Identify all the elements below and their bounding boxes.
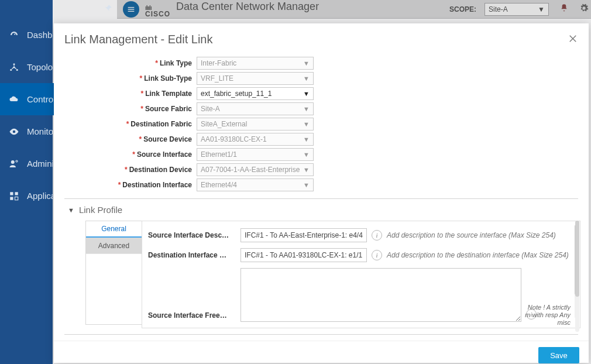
divider: [64, 334, 578, 335]
profile-title: Link Profile: [79, 205, 122, 215]
select-destination-interface[interactable]: Ethernet4/4▼: [197, 178, 314, 191]
chevron-down-icon: ▼: [303, 90, 310, 97]
label-link-type: *Link Type: [62, 59, 197, 67]
chevron-down-icon: ▼: [303, 166, 310, 173]
chevron-down-icon: ▼: [303, 105, 310, 112]
svg-point-4: [11, 160, 15, 164]
label-source-fabric: *Source Fabric: [62, 105, 197, 113]
profile-note: Note ! A strictly m with resp Any misc: [525, 304, 571, 327]
user-gear-icon: [8, 159, 20, 169]
select-link-sub-type[interactable]: VRF_LITE▼: [197, 72, 314, 85]
tab-advanced[interactable]: Advanced: [86, 238, 142, 254]
select-destination-device[interactable]: A07-7004-1-AA-East-Enterprise▼: [197, 163, 314, 176]
info-icon[interactable]: i: [372, 230, 382, 241]
svg-rect-6: [10, 192, 13, 195]
chevron-down-icon: ▼: [303, 121, 310, 128]
close-button[interactable]: [568, 33, 578, 46]
save-button[interactable]: Save: [538, 347, 579, 363]
svg-point-5: [16, 160, 18, 162]
cisco-logo: ılıılıCISCO: [145, 6, 170, 18]
modal-title: Link Management - Edit Link: [64, 33, 212, 46]
svg-rect-8: [10, 197, 13, 200]
input-dst-if-desc[interactable]: [240, 248, 367, 262]
profile-tabs: General Advanced: [85, 221, 142, 325]
apps-icon: [8, 191, 20, 201]
label-link-template: *Link Template: [62, 90, 197, 98]
info-icon[interactable]: i: [372, 250, 382, 260]
label-link-sub-type: *Link Sub-Type: [62, 74, 197, 83]
tab-general[interactable]: General: [86, 221, 142, 238]
svg-point-0: [13, 63, 15, 65]
select-link-type[interactable]: Inter-Fabric▼: [197, 57, 314, 70]
select-source-fabric[interactable]: Site-A▼: [197, 102, 314, 115]
scope-value: Site-A: [489, 5, 508, 13]
label-source-interface: *Source Interface: [62, 150, 197, 159]
profile-panel: Source Interface Desc… i Add description…: [142, 221, 580, 328]
app-title: Data Center Network Manager: [176, 1, 319, 13]
scope-label: SCOPE:: [449, 5, 476, 13]
select-source-interface[interactable]: Ethernet1/1▼: [197, 148, 314, 161]
eye-icon: [8, 126, 20, 137]
label-dst-if-desc: Destination Interface …: [148, 251, 240, 259]
form-area: *Link Type Inter-Fabric▼ *Link Sub-Type …: [54, 52, 589, 341]
sidebar-item-label: Control: [27, 94, 55, 104]
svg-rect-9: [15, 197, 18, 200]
outer-scroll-thumb[interactable]: [575, 221, 579, 297]
label-destination-interface: *Destination Interface: [62, 181, 197, 189]
label-source-device: *Source Device: [62, 135, 197, 143]
chevron-down-icon: ▼: [303, 60, 310, 67]
bell-icon[interactable]: [559, 4, 569, 15]
pin-icon[interactable]: [104, 4, 112, 15]
svg-point-2: [16, 69, 18, 71]
profile-header[interactable]: ▼ Link Profile: [68, 205, 580, 215]
label-destination-fabric: *Destination Fabric: [62, 120, 197, 128]
help-dst-if-desc: Add description to the destination inter…: [387, 251, 569, 259]
cloud-gear-icon: [8, 94, 20, 105]
chevron-down-icon: ▼: [538, 5, 545, 13]
brand: ılıılıCISCO Data Center Network Manager: [145, 1, 319, 18]
divider: [64, 198, 578, 199]
menu-button[interactable]: [123, 1, 139, 18]
select-source-device[interactable]: AA01-93180LC-EX-1▼: [197, 133, 314, 146]
chevron-down-icon: ▼: [303, 151, 310, 158]
label-src-if-desc: Source Interface Desc…: [148, 231, 240, 239]
topology-icon: [8, 62, 20, 73]
label-src-if-free: Source Interface Free…: [148, 311, 240, 320]
label-destination-device: *Destination Device: [62, 166, 197, 174]
select-destination-fabric[interactable]: SiteA_External▼: [197, 118, 314, 131]
svg-point-1: [10, 69, 12, 71]
gear-icon[interactable]: [579, 4, 589, 15]
caret-down-icon: ▼: [68, 207, 74, 214]
sidebar-pin-row: [0, 0, 117, 19]
textarea-src-if-free[interactable]: [240, 268, 521, 322]
chevron-down-icon: ▼: [303, 75, 310, 82]
chevron-down-icon: ▼: [303, 136, 310, 143]
input-src-if-desc[interactable]: [240, 228, 367, 242]
gauge-icon: [8, 30, 20, 40]
help-src-if-desc: Add description to the source interface …: [387, 231, 556, 239]
scope-select[interactable]: Site-A ▼: [485, 3, 549, 16]
sidebar-item-label: Monitor: [27, 126, 56, 136]
svg-rect-7: [15, 192, 18, 195]
select-link-template[interactable]: ext_fabric_setup_11_1▼: [197, 87, 314, 100]
sidebar: Dashboard Topology Control Monitor: [0, 0, 53, 364]
modal-footer: Save: [54, 341, 589, 364]
edit-link-modal: Link Management - Edit Link *Link Type I…: [54, 23, 589, 363]
topbar: ılıılıCISCO Data Center Network Manager …: [117, 0, 591, 19]
chevron-down-icon: ▼: [303, 181, 310, 188]
